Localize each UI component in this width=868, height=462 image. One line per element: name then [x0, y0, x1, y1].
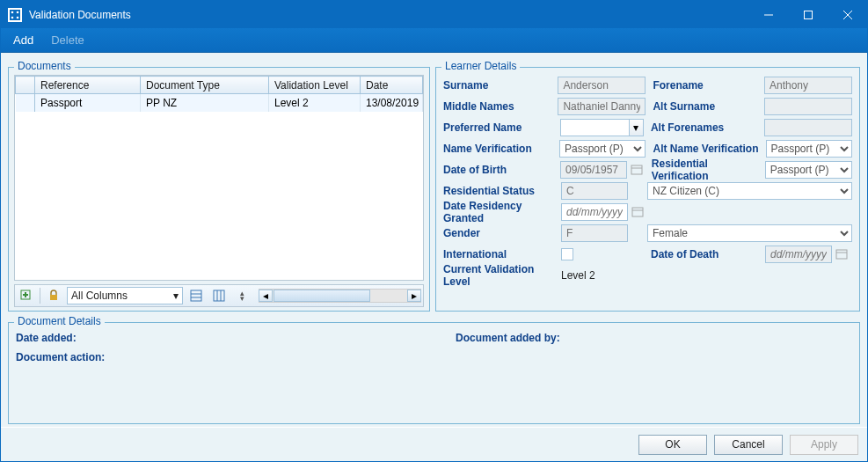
svg-rect-16 — [214, 290, 224, 301]
lbl-surname: Surname — [443, 79, 558, 92]
grid-icon-1[interactable] — [186, 287, 206, 304]
surname-field — [558, 77, 646, 94]
chevron-down-icon: ▾ — [633, 121, 638, 134]
calendar-icon[interactable] — [834, 246, 850, 263]
table-row[interactable]: Passport PP NZ Level 2 13/08/2019 — [16, 94, 423, 112]
scroll-right-icon[interactable]: ▸ — [407, 290, 421, 302]
apply-button: Apply — [790, 435, 858, 455]
lbl-forename: Forename — [646, 79, 764, 92]
cell-date: 13/08/2019 — [361, 94, 423, 112]
footer: OK Cancel Apply — [1, 428, 867, 461]
lbl-namever: Name Verification — [443, 143, 559, 155]
window-title: Validation Documents — [29, 9, 748, 21]
details-legend: Document Details — [14, 315, 105, 327]
curval-value: Level 2 — [561, 269, 595, 282]
scroll-left-icon[interactable]: ◂ — [259, 290, 273, 302]
svg-rect-12 — [50, 295, 57, 300]
column-selector[interactable]: All Columns ▾ — [67, 287, 183, 304]
gender-select[interactable]: Female — [647, 224, 852, 242]
maximize-button[interactable] — [788, 1, 828, 28]
content-area: Documents Reference Document Type Valida… — [1, 53, 867, 427]
lbl-date-added: Date added: — [16, 332, 456, 351]
svg-rect-21 — [632, 208, 643, 216]
lbl-doc-action: Document action: — [16, 351, 456, 370]
lbl-resver: Residential Verification — [645, 158, 765, 182]
resgrant-field[interactable] — [561, 203, 628, 221]
lbl-altsurname: Alt Surname — [646, 100, 764, 113]
dob-field — [560, 161, 627, 179]
lbl-dob: Date of Birth — [443, 164, 560, 176]
lbl-altnamever: Alt Name Verification — [646, 143, 765, 155]
hscrollbar[interactable]: ◂ ▸ — [259, 289, 421, 303]
col-reference[interactable]: Reference — [35, 77, 141, 94]
svg-rect-13 — [191, 290, 201, 301]
ok-button[interactable]: OK — [638, 435, 707, 455]
altfore-field — [764, 119, 852, 136]
altnamever-select[interactable]: Passport (P) — [766, 140, 853, 158]
documents-toolbar: All Columns ▾ ▴▾ ◂ ▸ — [14, 284, 424, 307]
minimize-button[interactable] — [748, 1, 788, 28]
grid-icon-2[interactable] — [209, 287, 229, 304]
scroll-thumb[interactable] — [274, 290, 370, 302]
calendar-icon[interactable] — [629, 161, 645, 179]
lbl-intl: International — [443, 248, 561, 260]
cell-doctype: PP NZ — [141, 94, 269, 112]
lbl-added-by: Document added by: — [456, 332, 560, 351]
lbl-curval: Current Validation Level — [443, 263, 561, 288]
svg-point-3 — [11, 16, 14, 18]
resstat-code-field — [561, 182, 628, 200]
col-date[interactable]: Date — [361, 77, 423, 94]
cell-reference: Passport — [35, 94, 141, 112]
resstat-select[interactable]: NZ Citizen (C) — [647, 182, 852, 200]
pref-field[interactable] — [560, 119, 630, 136]
svg-rect-23 — [836, 250, 847, 259]
dod-field — [765, 246, 832, 263]
forename-field — [764, 77, 852, 94]
lbl-pref: Preferred Name — [443, 121, 560, 134]
add-row-icon[interactable] — [17, 287, 36, 304]
altsurname-field — [764, 98, 852, 115]
lbl-resstat: Residential Status — [443, 185, 561, 197]
calendar-icon[interactable] — [630, 203, 646, 221]
intl-checkbox[interactable] — [561, 248, 573, 260]
documents-group: Documents Reference Document Type Valida… — [8, 67, 430, 312]
menubar: Add Delete — [1, 28, 867, 53]
namever-select[interactable]: Passport (P) — [559, 140, 646, 158]
gender-code-field — [561, 224, 628, 242]
menu-delete: Delete — [42, 31, 93, 49]
cancel-button[interactable]: Cancel — [714, 435, 783, 455]
lock-icon[interactable] — [44, 287, 63, 304]
lbl-middle: Middle Names — [443, 100, 558, 113]
svg-rect-0 — [10, 10, 20, 20]
middle-field — [558, 98, 646, 115]
svg-rect-6 — [804, 11, 812, 18]
titlebar: Validation Documents — [1, 1, 867, 28]
learner-details-group: Learner Details Surname Forename Middle … — [435, 67, 860, 312]
document-details-group: Document Details Date added: Document ad… — [8, 322, 860, 424]
lbl-gender: Gender — [443, 227, 561, 239]
col-doctype[interactable]: Document Type — [141, 77, 269, 94]
resver-select[interactable]: Passport (P) — [765, 161, 852, 179]
svg-point-4 — [17, 16, 19, 18]
lbl-altfore: Alt Forenames — [644, 121, 764, 134]
menu-add[interactable]: Add — [4, 31, 42, 49]
cell-level: Level 2 — [269, 94, 361, 112]
learner-legend: Learner Details — [441, 60, 520, 72]
col-selector[interactable] — [16, 77, 35, 94]
pref-dropdown-button[interactable]: ▾ — [629, 119, 644, 136]
documents-legend: Documents — [14, 60, 75, 72]
svg-point-1 — [11, 11, 14, 13]
app-icon — [8, 8, 22, 22]
chevron-down-icon: ▾ — [173, 290, 179, 302]
documents-table[interactable]: Reference Document Type Validation Level… — [14, 75, 424, 281]
close-button[interactable] — [828, 1, 867, 28]
lbl-resgrant: Date Residency Granted — [443, 200, 561, 224]
svg-rect-19 — [631, 165, 642, 174]
lbl-dod: Date of Death — [644, 248, 765, 260]
svg-point-2 — [17, 11, 19, 13]
col-level[interactable]: Validation Level — [269, 77, 361, 94]
options-icon[interactable]: ▴▾ — [232, 287, 252, 304]
